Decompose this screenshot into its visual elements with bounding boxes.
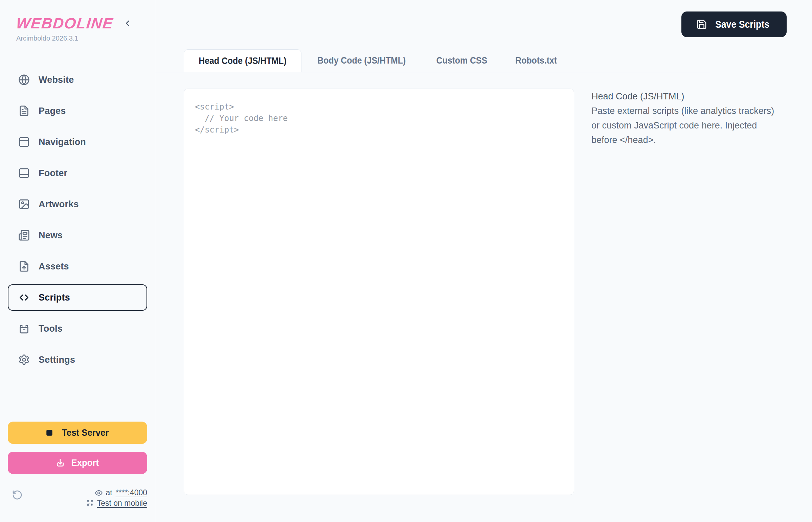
sidebar-item-website[interactable]: Website bbox=[8, 69, 147, 90]
tab-description: Head Code (JS/HTML) Paste external scrip… bbox=[592, 88, 781, 495]
stop-square-icon bbox=[44, 428, 55, 438]
tab-body-code[interactable]: Body Code (JS/HTML) bbox=[302, 49, 422, 72]
sidebar-item-label: Navigation bbox=[39, 137, 86, 147]
scripts-tabbar: Head Code (JS/HTML) Body Code (JS/HTML) … bbox=[155, 49, 710, 72]
sidebar-item-news[interactable]: News bbox=[8, 225, 147, 246]
tab-custom-css[interactable]: Custom CSS bbox=[422, 49, 502, 72]
preview-links: at ****:4000 Test on mobile bbox=[86, 487, 147, 508]
sidebar-item-footer[interactable]: Footer bbox=[8, 163, 147, 184]
file-text-icon bbox=[18, 105, 30, 117]
panel-bottom-icon bbox=[18, 167, 30, 179]
description-body: Paste external scripts (like analytics t… bbox=[592, 104, 781, 147]
sidebar-item-label: Footer bbox=[39, 168, 67, 179]
image-icon bbox=[18, 198, 30, 210]
tab-label: Custom CSS bbox=[436, 56, 487, 66]
test-server-button[interactable]: Test Server bbox=[8, 422, 147, 444]
preview-address-line: at ****:4000 bbox=[86, 487, 147, 498]
qr-code-icon bbox=[86, 499, 94, 507]
sidebar-item-tools[interactable]: Tools bbox=[8, 318, 147, 339]
sidebar-nav: Website Pages Navigation Footer Artworks bbox=[8, 69, 147, 380]
export-button[interactable]: Export bbox=[8, 452, 147, 474]
save-scripts-button[interactable]: Save Scripts bbox=[681, 12, 787, 37]
sidebar-item-artworks[interactable]: Artworks bbox=[8, 194, 147, 215]
sidebar-item-assets[interactable]: Assets bbox=[8, 256, 147, 277]
gear-icon bbox=[18, 354, 30, 365]
tab-head-code[interactable]: Head Code (JS/HTML) bbox=[184, 49, 302, 72]
sidebar-item-scripts[interactable]: Scripts bbox=[8, 284, 147, 311]
globe-icon bbox=[18, 74, 30, 85]
sidebar-item-label: Assets bbox=[39, 261, 69, 272]
preview-address-link[interactable]: ****:4000 bbox=[116, 487, 147, 498]
panel-top-icon bbox=[18, 136, 30, 148]
description-title: Head Code (JS/HTML) bbox=[592, 89, 781, 104]
tab-label: Head Code (JS/HTML) bbox=[199, 56, 286, 66]
sidebar-item-label: Artworks bbox=[39, 199, 79, 209]
save-scripts-label: Save Scripts bbox=[715, 19, 769, 30]
sidebar: WEBDOLINE Arcimboldo 2026.3.1 Website Pa… bbox=[0, 0, 155, 522]
sidebar-item-label: Scripts bbox=[39, 293, 70, 303]
code-editor-panel bbox=[184, 88, 574, 495]
logo-row: WEBDOLINE bbox=[8, 15, 147, 32]
tab-label: Body Code (JS/HTML) bbox=[317, 56, 406, 66]
sidebar-item-label: Tools bbox=[39, 324, 63, 334]
save-icon bbox=[696, 19, 707, 30]
export-label: Export bbox=[71, 457, 99, 468]
sidebar-item-label: Pages bbox=[39, 106, 66, 116]
sidebar-item-pages[interactable]: Pages bbox=[8, 100, 147, 121]
eye-icon bbox=[95, 489, 103, 497]
sidebar-item-label: News bbox=[39, 230, 63, 241]
newspaper-icon bbox=[18, 229, 30, 241]
tab-label: Robots.txt bbox=[515, 56, 557, 66]
app-logo: WEBDOLINE bbox=[15, 15, 114, 32]
tab-robots-txt[interactable]: Robots.txt bbox=[501, 49, 571, 72]
sidebar-bottom: Test Server Export at ****:4000 bbox=[8, 422, 147, 508]
sidebar-item-settings[interactable]: Settings bbox=[8, 349, 147, 370]
preview-prefix: at bbox=[105, 487, 112, 498]
sidebar-footer: at ****:4000 Test on mobile bbox=[8, 487, 147, 508]
rotate-ccw-icon bbox=[12, 489, 23, 500]
test-on-mobile-line: Test on mobile bbox=[86, 498, 147, 508]
sidebar-item-label: Settings bbox=[39, 355, 75, 365]
head-code-textarea[interactable] bbox=[184, 89, 574, 495]
download-icon bbox=[55, 458, 65, 468]
sidebar-collapse-button[interactable] bbox=[123, 19, 132, 28]
file-upload-icon bbox=[18, 261, 30, 272]
app-version: Arcimboldo 2026.3.1 bbox=[16, 35, 147, 42]
chevron-left-icon bbox=[123, 19, 132, 28]
main-content: Save Scripts Head Code (JS/HTML) Body Co… bbox=[155, 0, 812, 522]
sidebar-item-label: Website bbox=[39, 75, 74, 85]
test-server-label: Test Server bbox=[62, 427, 109, 438]
tab-panel-head-code: Head Code (JS/HTML) Paste external scrip… bbox=[155, 88, 812, 495]
sidebar-item-navigation[interactable]: Navigation bbox=[8, 132, 147, 153]
test-on-mobile-link[interactable]: Test on mobile bbox=[97, 498, 147, 508]
refresh-button[interactable] bbox=[12, 489, 23, 500]
code-icon bbox=[18, 292, 30, 303]
toolbox-icon bbox=[18, 323, 30, 334]
